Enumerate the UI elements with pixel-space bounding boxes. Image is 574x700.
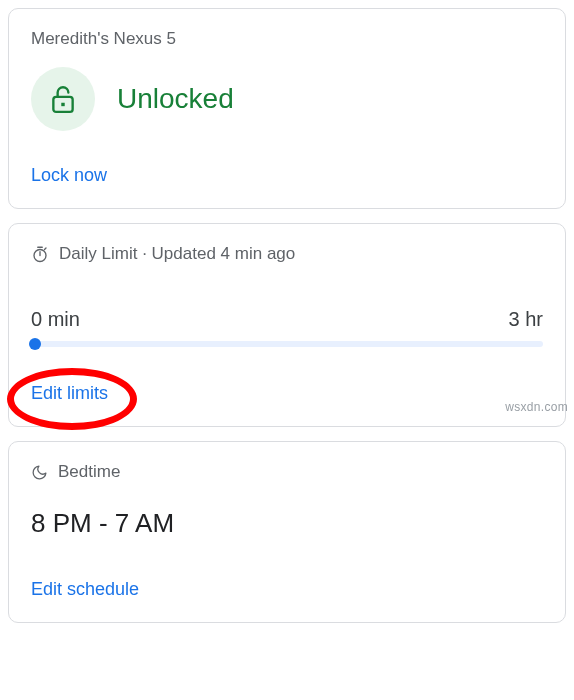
limit-min-label: 0 min (31, 308, 80, 331)
lock-status-text: Unlocked (117, 83, 234, 115)
bedtime-card: Bedtime 8 PM - 7 AM Edit schedule (8, 441, 566, 623)
limit-max-label: 3 hr (509, 308, 543, 331)
daily-limit-updated-text: Updated 4 min ago (152, 244, 296, 263)
daily-limit-title-text: Daily Limit (59, 244, 137, 263)
edit-limits-button[interactable]: Edit limits (31, 383, 108, 404)
daily-limit-card: Daily Limit · Updated 4 min ago 0 min 3 … (8, 223, 566, 427)
daily-limit-label: Daily Limit · Updated 4 min ago (59, 244, 295, 264)
watermark-text: wsxdn.com (505, 400, 568, 414)
lock-icon-circle (31, 67, 95, 131)
stopwatch-icon (31, 245, 49, 263)
limit-progress-track (31, 341, 543, 347)
svg-rect-1 (61, 103, 64, 106)
unlock-icon (49, 84, 77, 114)
moon-icon (31, 464, 48, 481)
bedtime-range: 8 PM - 7 AM (31, 508, 543, 539)
svg-line-5 (45, 248, 47, 250)
bedtime-header: Bedtime (31, 462, 543, 482)
device-lock-card: Meredith's Nexus 5 Unlocked Lock now (8, 8, 566, 209)
separator: · (142, 244, 151, 263)
edit-schedule-button[interactable]: Edit schedule (31, 579, 543, 600)
limit-range-labels: 0 min 3 hr (31, 308, 543, 331)
daily-limit-header: Daily Limit · Updated 4 min ago (31, 244, 543, 264)
bedtime-label: Bedtime (58, 462, 120, 482)
device-title: Meredith's Nexus 5 (31, 29, 543, 49)
lock-now-button[interactable]: Lock now (31, 165, 543, 186)
limit-progress-thumb (29, 338, 41, 350)
lock-status-row: Unlocked (31, 67, 543, 131)
